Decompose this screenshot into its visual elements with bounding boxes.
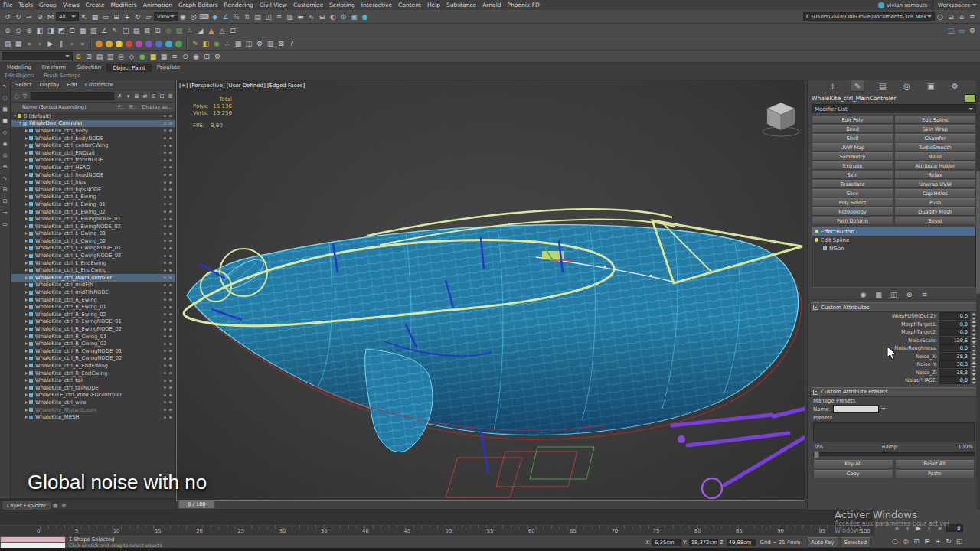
render-dot[interactable] — [169, 401, 172, 403]
paint-sphere-green-icon[interactable] — [175, 41, 182, 47]
scene-object-row[interactable]: WhaleKite_ctrl_wire — [11, 399, 175, 406]
visibility-dot[interactable] — [164, 298, 166, 301]
rendered-frame-icon[interactable]: ▣ — [349, 11, 360, 22]
scene-object-row[interactable]: WhaleKite_ctrl_L_Ewing — [11, 194, 175, 201]
scene-object-row[interactable]: WhaleKite_ctrl_R_Ewing_01 — [11, 303, 175, 311]
property-grid-icon[interactable]: ▦ — [158, 51, 169, 62]
column-header[interactable]: F... — [118, 104, 125, 110]
render-dot[interactable] — [169, 343, 172, 345]
render-dot[interactable] — [169, 166, 172, 168]
ribbon-subtab[interactable]: Brush Settings — [44, 73, 80, 79]
custom-attributes-rollout[interactable]: Custom Attributes — [810, 302, 978, 312]
menu-item[interactable]: Views — [60, 2, 83, 8]
user-avatar[interactable] — [878, 2, 884, 8]
expand-arrow-icon[interactable] — [25, 203, 28, 206]
visibility-dot[interactable] — [164, 350, 166, 352]
modifier-button[interactable]: Bend — [812, 125, 893, 133]
expand-arrow-icon[interactable] — [25, 158, 28, 161]
render-dot[interactable] — [169, 203, 172, 205]
hierarchy-tab[interactable]: ▤ — [877, 80, 889, 91]
layer-list-icon[interactable]: ▤ — [51, 501, 60, 510]
modifier-button[interactable]: Retopology — [812, 207, 893, 216]
expand-arrow-icon[interactable] — [25, 174, 28, 177]
expand-arrow-icon[interactable] — [25, 328, 28, 331]
select-and-manipulate-icon[interactable]: ◎ — [188, 11, 199, 22]
menu-item[interactable]: Tools — [16, 2, 36, 8]
edge-mode-icon[interactable]: ◢ — [195, 24, 206, 36]
scene-object-row[interactable]: WhaleKite_ctrl_R_EwingNODE_02 — [11, 325, 175, 333]
ribbon-tab[interactable]: Populate — [152, 64, 185, 71]
expand-arrow-icon[interactable] — [25, 401, 28, 404]
keyboard-override-icon[interactable]: ⌨ — [199, 11, 210, 22]
expand-arrow-icon[interactable] — [25, 152, 28, 155]
visibility-dot[interactable] — [164, 174, 166, 176]
crossing-toggle-icon[interactable]: ⊞ — [152, 24, 163, 36]
layer-manager-icon[interactable]: ▥ — [285, 11, 296, 22]
explorer-spacewarps-icon[interactable]: ∿ — [1, 174, 9, 182]
key-filter-dropdown[interactable]: Selected — [841, 537, 871, 548]
measure-icon[interactable]: ∠ — [99, 24, 109, 36]
modifier-button[interactable]: Relax — [894, 171, 976, 179]
select-and-scale-icon[interactable]: ▱ — [143, 11, 154, 22]
explorer-show-all-icon[interactable]: ▦ — [1, 105, 9, 113]
utilities-tab[interactable]: ⚙ — [949, 80, 961, 91]
undo-icon[interactable]: ↺ — [2, 11, 13, 22]
selection-filter-dropdown[interactable]: All — [56, 12, 79, 21]
object-paint-icon[interactable]: ◉ — [211, 38, 222, 50]
visibility-dot[interactable] — [164, 115, 166, 117]
param-value-field[interactable]: 0,0 — [939, 312, 970, 320]
face-mode-icon[interactable]: ▲ — [206, 24, 217, 36]
help-icon[interactable]: ? — [286, 38, 297, 50]
visibility-dot[interactable] — [164, 145, 166, 147]
view-align-icon[interactable]: ◨ — [45, 24, 56, 36]
reference-coordinate-dropdown[interactable]: View — [154, 12, 178, 21]
visibility-dot[interactable] — [164, 364, 166, 367]
select-layer-icon[interactable]: ▤ — [94, 51, 105, 62]
mirror-paint-icon[interactable]: ◫ — [243, 38, 254, 50]
menu-item[interactable]: Create — [83, 2, 108, 8]
render-dot[interactable] — [169, 122, 172, 125]
pan-icon[interactable]: + — [933, 535, 943, 546]
modifier-button[interactable]: Poly Select — [812, 198, 893, 207]
select-object-icon[interactable]: ↖ — [79, 11, 90, 22]
visibility-dot[interactable] — [164, 255, 166, 257]
expand-arrow-icon[interactable] — [25, 181, 28, 184]
paint-sphere-orange-icon[interactable] — [96, 41, 103, 47]
menu-item[interactable]: Interactive — [358, 2, 395, 8]
scene-object-row[interactable]: WhaleKite_ctrl_centerEWing — [11, 142, 175, 149]
panel-scrollbar[interactable] — [976, 80, 980, 510]
create-layer-icon[interactable]: ⊕ — [73, 51, 83, 62]
modifier-button[interactable]: Skin — [812, 171, 893, 179]
scene-object-row[interactable]: WhaleKite_MESH — [11, 413, 175, 421]
scene-object-row[interactable]: WhaleKite_ctrl_R_Cwing_01 — [11, 333, 175, 341]
preset-name-input[interactable] — [833, 405, 879, 413]
scene-object-row[interactable]: WhaleKite_ctrl_R_Ewing_02 — [11, 311, 175, 318]
menu-item[interactable]: Phoenix FD — [505, 2, 543, 8]
expand-arrow-icon[interactable] — [25, 129, 28, 132]
folder-icon[interactable]: ⊡ — [946, 11, 956, 22]
add-to-layer-icon[interactable]: ⊞ — [83, 51, 94, 62]
z-field[interactable]: 49,88cm — [727, 539, 756, 546]
render-production-icon[interactable]: ● — [360, 11, 371, 22]
layer-settings-icon[interactable]: ⚙ — [212, 51, 223, 62]
visibility-dot[interactable] — [164, 335, 166, 337]
menu-item[interactable]: Group — [36, 2, 60, 8]
param-value-field[interactable]: 38,3 — [939, 369, 970, 377]
explorer-cameras-icon[interactable]: ◎ — [1, 151, 9, 159]
scene-object-row[interactable]: WhaleKite_ctrl_hipsNODE — [11, 186, 175, 194]
maximize-viewport-icon[interactable]: ◱ — [954, 535, 965, 546]
scene-object-row[interactable]: WhaleKite_ctrl_R_CwingNODE_02 — [11, 355, 175, 363]
menu-item[interactable]: Animation — [140, 2, 175, 8]
filters-icon[interactable]: ▦ — [13, 38, 24, 50]
render-dot[interactable] — [169, 409, 172, 411]
explorer-menu-item[interactable]: Edit — [63, 82, 81, 88]
explorer-shapes-icon[interactable]: ◇ — [1, 128, 9, 136]
layer-properties-icon[interactable]: ▥ — [105, 51, 116, 62]
visibility-dot[interactable] — [164, 218, 166, 220]
fill-icon[interactable]: ◧ — [201, 38, 211, 50]
uvw-editor-icon[interactable]: ⊟ — [227, 24, 238, 36]
isolate-selection-icon[interactable]: ◰ — [120, 24, 131, 36]
render-dot[interactable] — [169, 262, 172, 264]
render-dot[interactable] — [169, 350, 172, 352]
play-animation-icon[interactable]: ▶ — [913, 522, 924, 533]
